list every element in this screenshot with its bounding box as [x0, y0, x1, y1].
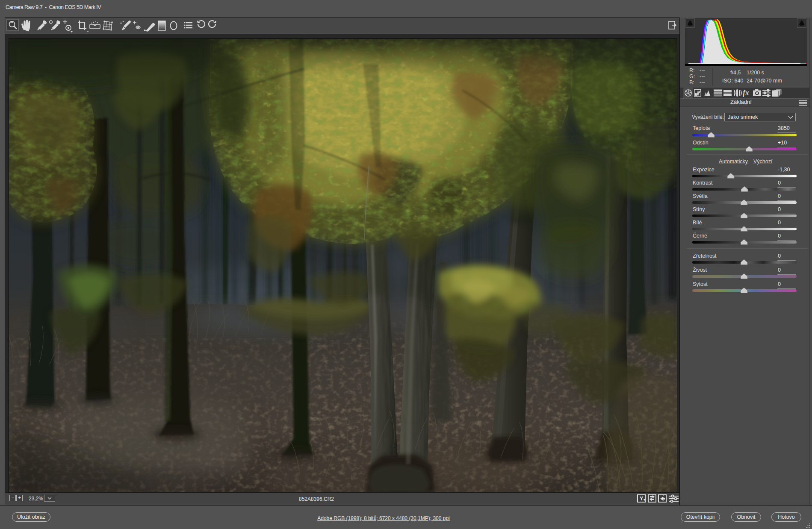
svg-text:fx: fx	[743, 88, 749, 97]
